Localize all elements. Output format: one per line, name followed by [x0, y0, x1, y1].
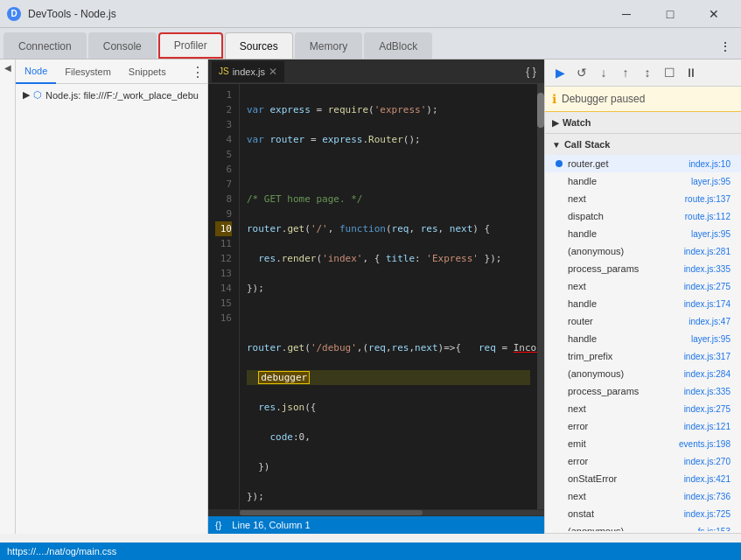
call-stack-item[interactable]: process_params index.js:335 [545, 260, 741, 277]
call-stack-item[interactable]: onStatError index.js:421 [545, 470, 741, 487]
maximize-button[interactable]: □ [650, 1, 690, 27]
call-stack-item[interactable]: handle layer.js:95 [545, 225, 741, 242]
editor-format-icon[interactable]: { } [521, 62, 541, 81]
debug-step-over-button[interactable]: ↺ [572, 63, 591, 82]
editor-area: JS index.js ✕ { } 1 2 3 4 5 6 7 8 9 10 1… [208, 60, 544, 534]
watch-label: Watch [563, 117, 591, 128]
debug-paused-banner: ℹ Debugger paused [545, 87, 741, 112]
call-stack-item[interactable]: handle layer.js:95 [545, 172, 741, 190]
nodejs-icon: ⬡ [33, 89, 42, 101]
callstack-header[interactable]: ▼ Call Stack [545, 134, 741, 155]
callstack-fn: router.get [568, 158, 689, 169]
paused-label: Debugger paused [562, 93, 645, 105]
callstack-fn: trim_prefix [568, 351, 684, 361]
call-stack-item[interactable]: handle index.js:174 [545, 295, 741, 312]
close-button[interactable]: ✕ [694, 1, 734, 27]
editor-scrollbar[interactable] [537, 84, 544, 509]
call-stack-item[interactable]: (anonymous) index.js:281 [545, 242, 741, 260]
filetree-item-arrow: ▶ [23, 89, 30, 101]
callstack-fn: error [568, 456, 684, 466]
debug-deactivate-button[interactable]: ☐ [660, 63, 679, 82]
call-stack-item[interactable]: router.get index.js:10 [545, 155, 741, 172]
tab-console[interactable]: Console [88, 32, 157, 59]
tab-sources[interactable]: Sources [225, 32, 293, 59]
call-stack-item[interactable]: process_params index.js:335 [545, 382, 741, 400]
call-stack-item[interactable]: (anonymous) fs.js:153 [545, 522, 741, 531]
callstack-loc: events.js:198 [679, 439, 731, 449]
sidebar-collapse-icon[interactable]: ◀ [4, 63, 11, 73]
call-stack-item[interactable]: error index.js:270 [545, 452, 741, 470]
debug-step-into-button[interactable]: ↓ [594, 63, 613, 82]
file-tree-panel: Node Filesystem Snippets ⋮ ▶ ⬡ Node.js: … [16, 60, 208, 534]
call-stack-item[interactable]: next route.js:137 [545, 190, 741, 207]
filetree-tab-snippets[interactable]: Snippets [120, 60, 175, 84]
call-stack-item[interactable]: next index.js:275 [545, 277, 741, 295]
callstack-loc: layer.js:95 [691, 229, 731, 239]
callstack-section: ▼ Call Stack router.get index.js:10 hand… [545, 134, 741, 534]
left-sidebar: ◀ [0, 60, 16, 534]
callstack-loc: route.js:112 [685, 212, 731, 221]
editor-hscroll[interactable] [208, 509, 544, 516]
editor-tab-close[interactable]: ✕ [269, 66, 277, 78]
call-stack-item[interactable]: dispatch route.js:112 [545, 207, 741, 225]
tab-connection[interactable]: Connection [3, 32, 87, 59]
callstack-fn: (anonymous) [568, 526, 698, 531]
watch-header[interactable]: ▶ Watch [545, 112, 741, 133]
minimize-button[interactable]: ─ [606, 1, 647, 27]
filetree-tab-filesystem[interactable]: Filesystem [56, 60, 120, 84]
callstack-loc: index.js:335 [684, 387, 731, 396]
call-stack-item[interactable]: router index.js:47 [545, 312, 741, 330]
titlebar: D DevTools - Node.js ─ □ ✕ [0, 0, 741, 28]
filetree-tab-node[interactable]: Node [16, 60, 56, 84]
editor-tab-indexjs[interactable]: JS index.js ✕ [212, 61, 284, 82]
call-stack-item[interactable]: error index.js:121 [545, 417, 741, 435]
debug-step-out-button[interactable]: ↑ [616, 63, 635, 82]
tabbar-menu-icon[interactable]: ⋮ [713, 34, 738, 59]
debugger-toolbar: ▶ ↺ ↓ ↑ ↕ ☐ ⏸ [545, 60, 741, 87]
call-stack-item[interactable]: next index.js:736 [545, 487, 741, 505]
callstack-loc: index.js:270 [684, 457, 731, 466]
callstack-content: router.get index.js:10 handle layer.js:9… [545, 155, 741, 531]
main-tabbar: Connection Console Profiler Sources Memo… [0, 28, 741, 60]
callstack-fn: router [568, 316, 689, 326]
callstack-loc: index.js:281 [684, 247, 731, 256]
code-editor[interactable]: var express = require('express'); var ro… [240, 84, 537, 509]
callstack-arrow-icon: ▼ [552, 140, 561, 150]
editor-position: Line 16, Column 1 [232, 520, 310, 530]
callstack-fn: error [568, 421, 684, 431]
pause-icon: ℹ [552, 92, 556, 106]
debug-pause-button[interactable]: ⏸ [682, 63, 701, 82]
callstack-fn: next [568, 491, 684, 501]
filetree-more-icon[interactable]: ⋮ [188, 60, 207, 84]
line-numbers: 1 2 3 4 5 6 7 8 9 10 11 12 13 14 15 16 [208, 84, 240, 509]
callstack-fn: next [568, 281, 684, 291]
tab-memory[interactable]: Memory [295, 32, 362, 59]
callstack-loc: index.js:47 [689, 317, 731, 326]
call-stack-item[interactable]: (anonymous) index.js:284 [545, 365, 741, 382]
callstack-fn: handle [568, 228, 691, 239]
debug-resume-button[interactable]: ▶ [550, 63, 570, 82]
window-title: DevTools - Node.js [28, 8, 599, 20]
editor-statusbar: {} Line 16, Column 1 [208, 516, 544, 534]
call-stack-item[interactable]: onstat index.js:725 [545, 505, 741, 522]
call-stack-item[interactable]: handle layer.js:95 [545, 330, 741, 347]
editor-format: {} [215, 520, 221, 530]
call-stack-item[interactable]: trim_prefix index.js:317 [545, 347, 741, 365]
status-url: https://..../nat/og/main.css [7, 546, 116, 556]
scrollbar-thumb[interactable] [537, 93, 544, 128]
callstack-fn: handle [568, 333, 691, 344]
tab-profiler[interactable]: Profiler [158, 32, 223, 59]
callstack-loc: index.js:284 [684, 369, 731, 379]
callstack-loc: index.js:174 [684, 299, 731, 309]
debug-step-button[interactable]: ↕ [638, 63, 657, 82]
callstack-fn: (anonymous) [568, 368, 684, 379]
callstack-loc: index.js:421 [684, 474, 731, 484]
tab-adblock[interactable]: AdBlock [364, 32, 432, 59]
debugger-panel: ▶ ↺ ↓ ↑ ↕ ☐ ⏸ ℹ Debugger paused ▶ Watch … [544, 60, 741, 534]
callstack-loc: layer.js:95 [691, 334, 731, 344]
filetree-tabs: Node Filesystem Snippets ⋮ [16, 60, 207, 84]
call-stack-item[interactable]: emit events.js:198 [545, 435, 741, 452]
call-stack-item[interactable]: next index.js:275 [545, 400, 741, 417]
filetree-item-nodejs[interactable]: ▶ ⬡ Node.js: file:///F:/_work_place_debu [19, 88, 204, 102]
callstack-fn: next [568, 193, 685, 204]
